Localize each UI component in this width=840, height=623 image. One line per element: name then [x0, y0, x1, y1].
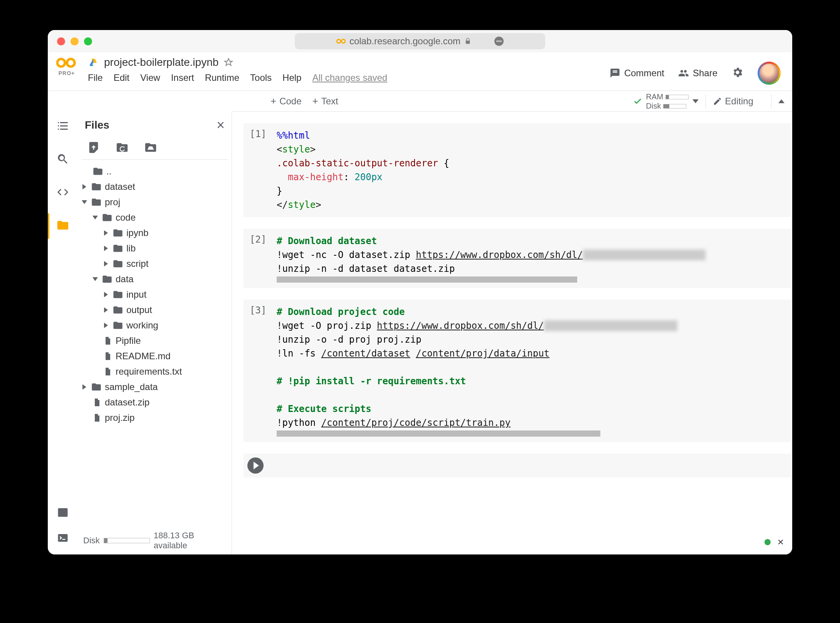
connection-status-icon: [764, 539, 771, 545]
colab-header: PRO+ project-boilerplate.ipynb File Edit…: [48, 52, 792, 91]
terminal-icon[interactable]: [57, 532, 69, 544]
add-code-button[interactable]: +Code: [270, 95, 302, 107]
file-icon: [92, 397, 102, 408]
file-icon: [103, 366, 113, 377]
refresh-folder-icon[interactable]: [116, 141, 129, 154]
colab-logo[interactable]: PRO+: [53, 56, 80, 76]
menu-edit[interactable]: Edit: [114, 72, 129, 83]
menu-insert[interactable]: Insert: [171, 72, 194, 83]
tree-item-proj[interactable]: proj: [81, 194, 228, 210]
close-window-button[interactable]: [57, 37, 65, 45]
share-icon: [678, 68, 689, 79]
file-tree: .. dataset proj code ipynb lib script da…: [78, 160, 232, 527]
toc-icon[interactable]: [56, 119, 69, 132]
tree-item-dataset[interactable]: dataset: [81, 179, 228, 194]
disk-usage: Disk 188.13 GB available: [78, 527, 232, 554]
code-snippets-icon[interactable]: [56, 186, 69, 199]
svg-point-0: [337, 39, 341, 43]
code-cell-3[interactable]: [3] # Download project code !wget -O pro…: [244, 300, 791, 442]
cell-code[interactable]: # Download project code !wget -O proj.zi…: [277, 305, 785, 437]
folder-icon: [113, 243, 123, 254]
folder-up-icon: [92, 166, 103, 177]
caret-down-icon[interactable]: [692, 99, 699, 103]
cell-number: [1]: [250, 129, 277, 212]
tree-item-script[interactable]: script: [81, 256, 228, 271]
tree-item-sample-data[interactable]: sample_data: [81, 379, 228, 395]
svg-point-3: [67, 59, 75, 67]
resource-monitor[interactable]: RAM Disk: [633, 92, 699, 111]
folder-icon: [113, 305, 123, 315]
code-cell-2[interactable]: [2] # Download dataset !wget -nc -O data…: [244, 229, 791, 288]
settings-button[interactable]: [731, 66, 744, 80]
comment-button[interactable]: Comment: [610, 68, 664, 79]
svg-point-2: [57, 59, 65, 67]
tree-item-code[interactable]: code: [81, 210, 228, 225]
search-icon[interactable]: [56, 152, 69, 166]
tree-item-pipfile[interactable]: Pipfile: [81, 333, 228, 348]
url-text: colab.research.google.com: [349, 36, 460, 47]
tree-item-dataset-zip[interactable]: dataset.zip: [81, 395, 228, 410]
lock-icon: [464, 38, 471, 45]
run-cell-button[interactable]: [247, 457, 264, 474]
horizontal-scrollbar[interactable]: [277, 430, 600, 437]
redacted-url: xxxxxxxxxxxxxxxxxxxxxx: [583, 250, 706, 260]
disk-usage-bar: [104, 538, 150, 543]
tree-item-output[interactable]: output: [81, 302, 228, 318]
cell-code[interactable]: %%html <style> .colab-static-output-rend…: [277, 129, 785, 212]
tree-item-requirements[interactable]: requirements.txt: [81, 364, 228, 379]
menu-view[interactable]: View: [140, 72, 160, 83]
file-icon: [92, 412, 102, 423]
tree-item-data[interactable]: data: [81, 271, 228, 287]
tree-item-readme[interactable]: README.md: [81, 348, 228, 364]
save-status[interactable]: All changes saved: [312, 72, 387, 83]
dismiss-button[interactable]: ×: [778, 536, 784, 548]
tree-item-working[interactable]: working: [81, 318, 228, 333]
redacted-url: xxxxxxxxxxxxxxxxxxxxxxxx: [544, 320, 678, 331]
code-cell-1[interactable]: [1] %%html <style> .colab-static-output-…: [244, 123, 791, 217]
comment-icon: [610, 68, 620, 79]
close-panel-button[interactable]: ×: [217, 117, 225, 133]
menu-help[interactable]: Help: [282, 72, 301, 83]
browser-window: colab.research.google.com ••• PRO+ proje…: [48, 30, 792, 554]
more-icon[interactable]: •••: [494, 37, 504, 46]
files-tab[interactable]: [56, 219, 69, 233]
gear-icon: [731, 66, 744, 79]
folder-icon: [91, 197, 102, 208]
star-icon[interactable]: [224, 58, 233, 67]
tree-item-input[interactable]: input: [81, 287, 228, 302]
menu-tools[interactable]: Tools: [250, 72, 272, 83]
drive-icon: [88, 57, 99, 68]
menu-runtime[interactable]: Runtime: [205, 72, 239, 83]
cell-code[interactable]: # Download dataset !wget -nc -O dataset.…: [277, 234, 785, 283]
folder-icon: [102, 274, 113, 285]
folder-icon: [113, 228, 123, 238]
file-icon: [103, 335, 113, 346]
editing-mode-button[interactable]: Editing: [713, 96, 753, 107]
notebook-title[interactable]: project-boilerplate.ipynb: [104, 56, 218, 69]
tree-item-ipynb[interactable]: ipynb: [81, 225, 228, 241]
upload-file-icon[interactable]: [87, 141, 100, 154]
folder-icon: [91, 181, 102, 192]
menu-file[interactable]: File: [88, 72, 103, 83]
svg-rect-4: [59, 509, 67, 516]
notebook-toolbar: +Code +Text RAM Disk Editing: [232, 91, 792, 112]
tree-item-lib[interactable]: lib: [81, 241, 228, 256]
folder-icon: [113, 258, 123, 269]
url-bar[interactable]: colab.research.google.com •••: [295, 33, 545, 49]
files-panel-title: Files: [85, 119, 109, 131]
cell-number: [3]: [250, 305, 277, 437]
folder-icon: [113, 320, 123, 331]
maximize-window-button[interactable]: [84, 37, 92, 45]
variables-icon[interactable]: [57, 507, 69, 518]
share-button[interactable]: Share: [678, 68, 717, 79]
horizontal-scrollbar[interactable]: [277, 276, 577, 283]
user-avatar[interactable]: [758, 62, 781, 85]
minimize-window-button[interactable]: [71, 37, 79, 45]
mount-drive-icon[interactable]: [144, 141, 157, 154]
collapse-button[interactable]: [778, 99, 785, 103]
tree-item-proj-zip[interactable]: proj.zip: [81, 410, 228, 425]
tree-item-parent[interactable]: ..: [81, 164, 228, 179]
pencil-icon: [713, 97, 722, 106]
add-text-button[interactable]: +Text: [312, 95, 338, 107]
svg-point-1: [341, 39, 345, 43]
